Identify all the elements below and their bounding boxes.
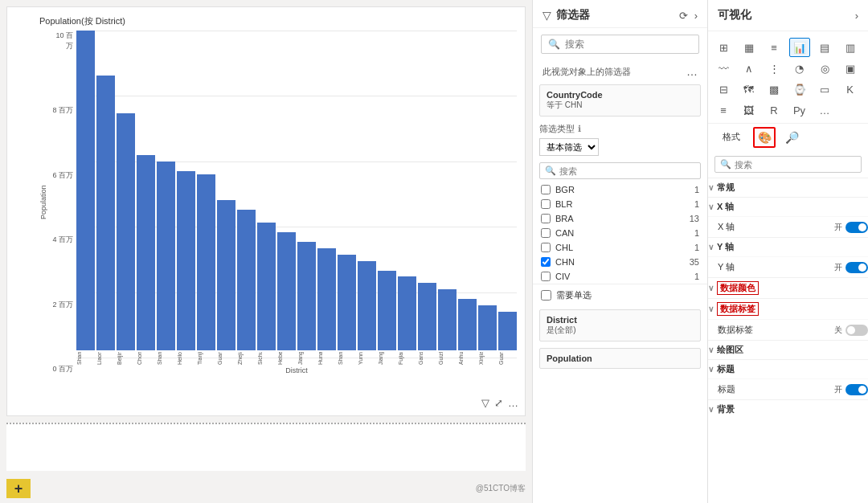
- x-label: Fujian: [398, 352, 416, 365]
- bar-wrapper[interactable]: [177, 31, 195, 350]
- tab-format[interactable]: 格式: [714, 128, 748, 148]
- bar-wrapper[interactable]: [157, 31, 175, 350]
- bar-wrapper[interactable]: [418, 31, 436, 350]
- expand-icon[interactable]: ⤢: [494, 397, 503, 409]
- filter-icon[interactable]: ▽: [481, 397, 489, 409]
- chevron-down-icon: ∨: [708, 305, 714, 313]
- bar: [478, 305, 497, 350]
- bar-wrapper[interactable]: [458, 31, 477, 350]
- bar-wrapper[interactable]: [317, 31, 336, 350]
- pie-icon[interactable]: ◔: [789, 59, 810, 78]
- bar-wrapper[interactable]: [76, 31, 95, 350]
- line-icon[interactable]: 〰: [713, 59, 734, 78]
- filter-list-search-input[interactable]: [559, 166, 695, 176]
- image-icon[interactable]: 🖼: [739, 100, 760, 120]
- bar-wrapper[interactable]: [257, 31, 276, 350]
- toggle-switch[interactable]: [845, 262, 868, 273]
- toggle-switch[interactable]: [845, 325, 868, 336]
- vis-search-input[interactable]: [735, 160, 856, 170]
- map-icon[interactable]: 🗺: [739, 80, 760, 99]
- vis-section-background[interactable]: ∨背景: [708, 399, 868, 419]
- bar-wrapper[interactable]: [398, 31, 416, 350]
- bar-wrapper[interactable]: [237, 31, 256, 350]
- vis-section-x-axis[interactable]: ∨X 轴: [708, 197, 868, 216]
- filter-item-label: BGR: [555, 185, 690, 194]
- bars-area: ShanghaiLiaoningBeijingChongqingShandong…: [76, 31, 517, 374]
- vis-section-y-axis[interactable]: ∨Y 轴: [708, 237, 868, 256]
- filter-item-checkbox[interactable]: [541, 257, 551, 267]
- vis-section-data-labels[interactable]: ∨数据标签: [708, 298, 868, 319]
- filter-item-checkbox[interactable]: [541, 185, 551, 194]
- column-chart-icon[interactable]: 📊: [789, 38, 810, 57]
- vis-property-x-axis: X 轴开: [708, 216, 868, 237]
- filter-item-checkbox[interactable]: [541, 214, 551, 223]
- filter-expand-icon[interactable]: ›: [694, 10, 698, 22]
- bar-wrapper[interactable]: [137, 31, 155, 350]
- paint-bucket-btn[interactable]: 🎨: [753, 127, 776, 148]
- filled-map-icon[interactable]: ▩: [764, 80, 784, 99]
- treemap-icon[interactable]: ▣: [840, 59, 861, 78]
- table-icon[interactable]: ⊞: [713, 38, 734, 57]
- r-visual-icon[interactable]: R: [764, 100, 784, 120]
- filter-item-count: 1: [694, 185, 699, 194]
- toggle-switch[interactable]: [845, 384, 868, 395]
- vis-sections: ∨常规∨X 轴X 轴开∨Y 轴Y 轴开∨数据颜色∨数据标签数据标签关∨绘图区∨标…: [708, 178, 868, 419]
- bar: [317, 248, 336, 350]
- bar: [157, 162, 175, 350]
- bar-wrapper[interactable]: [478, 31, 497, 350]
- add-button[interactable]: +: [6, 479, 31, 498]
- py-visual-icon[interactable]: Py: [789, 100, 810, 120]
- bar: [338, 255, 356, 350]
- filter-item-checkbox[interactable]: [541, 228, 551, 238]
- analytics-btn[interactable]: 🔎: [780, 127, 803, 148]
- vis-section-plot-area[interactable]: ∨绘图区: [708, 340, 868, 359]
- bar-chart-icon[interactable]: ▦: [739, 38, 760, 57]
- filter-item-checkbox[interactable]: [541, 243, 551, 252]
- filter-search-input[interactable]: [565, 39, 692, 50]
- matrix-icon[interactable]: ⊟: [713, 80, 734, 99]
- kpi-icon[interactable]: K: [840, 80, 861, 99]
- donut-icon[interactable]: ◎: [814, 59, 835, 78]
- bar-wrapper[interactable]: [297, 31, 316, 350]
- filter-item-checkbox[interactable]: [541, 199, 551, 209]
- bar-wrapper[interactable]: [197, 31, 215, 350]
- card-icon[interactable]: ▭: [814, 80, 835, 99]
- filter-item-count: 35: [690, 257, 699, 267]
- 100-bar-icon[interactable]: ▥: [840, 38, 861, 57]
- toggle-switch[interactable]: [845, 222, 868, 233]
- bar-wrapper[interactable]: [358, 31, 376, 350]
- require-single-checkbox[interactable]: [541, 290, 551, 301]
- area-icon[interactable]: ∧: [739, 59, 760, 78]
- vis-icons-grid: ⊞▦≡📊▤▥〰∧⋮◔◎▣⊟🗺▩⌚▭K≡🖼RPy…: [708, 31, 868, 123]
- vis-section-general[interactable]: ∨常规: [708, 178, 868, 197]
- stacked-col-icon[interactable]: ▤: [814, 38, 835, 57]
- vis-section-title[interactable]: ∨标题: [708, 359, 868, 378]
- filter-item-label: BRA: [555, 214, 685, 223]
- bar-wrapper[interactable]: [217, 31, 235, 350]
- bar-wrapper[interactable]: [277, 31, 296, 350]
- bar-wrapper[interactable]: [117, 31, 135, 350]
- chart-toolbar: ▽ ⤢ …: [481, 397, 518, 409]
- gauge-icon[interactable]: ⌚: [789, 80, 810, 99]
- stacked-bar-icon[interactable]: ≡: [764, 38, 784, 57]
- bar-wrapper[interactable]: [338, 31, 356, 350]
- bar: [378, 271, 396, 351]
- y-label: 0 百万: [51, 364, 73, 374]
- filter-refresh-icon[interactable]: ⟳: [679, 10, 688, 22]
- filter-type-select[interactable]: 基本筛选: [539, 138, 599, 156]
- vis-expand-icon[interactable]: ›: [855, 10, 858, 22]
- bar-wrapper[interactable]: [498, 31, 517, 350]
- more-icon[interactable]: …: [814, 100, 835, 120]
- bar-wrapper[interactable]: [378, 31, 396, 350]
- bar-wrapper[interactable]: [96, 31, 115, 350]
- slicer-icon[interactable]: ≡: [713, 100, 734, 120]
- vis-section-data-color[interactable]: ∨数据颜色: [708, 277, 868, 298]
- x-label: Sichuan: [257, 352, 276, 365]
- bar-wrapper[interactable]: [438, 31, 457, 350]
- more-icon[interactable]: …: [508, 397, 518, 409]
- section-more-icon[interactable]: …: [686, 65, 698, 78]
- scatter-icon[interactable]: ⋮: [764, 59, 784, 78]
- filter-item-checkbox[interactable]: [541, 272, 551, 281]
- country-filter-card: CountryCode 等于 CHN: [539, 84, 701, 117]
- filter-item: CIV1: [539, 269, 701, 284]
